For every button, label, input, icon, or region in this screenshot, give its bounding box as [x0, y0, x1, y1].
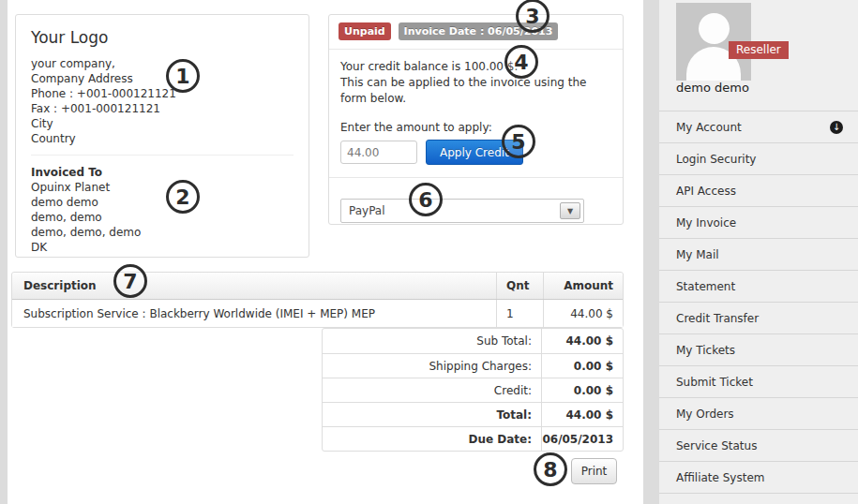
sidebar-item-my-account[interactable]: My Account↓	[659, 111, 858, 142]
sidebar-item-my-orders[interactable]: My Orders	[659, 397, 858, 429]
sidebar-item-label: Statement	[676, 280, 735, 293]
sidebar-item-label: Service Status	[676, 439, 757, 452]
sidebar-item-statement[interactable]: Statement	[659, 270, 858, 302]
sidebar-item-my-invoice[interactable]: My Invoice	[659, 206, 858, 238]
totals-value: 0.00 $	[541, 378, 623, 402]
totals-label: Sub Total:	[323, 329, 541, 353]
cell-amount: 44.00 $	[543, 300, 623, 327]
sidebar-item-label: Submit Ticket	[676, 376, 753, 389]
table-row: Subscription Service : Blackberry Worldw…	[12, 300, 623, 327]
sidebar-item-label: My Invoice	[676, 216, 736, 230]
totals-label: Total:	[323, 403, 541, 426]
apply-amount-input[interactable]	[340, 141, 417, 164]
sidebar-item-my-tickets[interactable]: My Tickets	[659, 334, 858, 365]
totals-value: 0.00 $	[541, 354, 623, 378]
page: Your Logo your company,Company AddressPh…	[0, 0, 858, 504]
sidebar-item-label: Affiliate System	[676, 471, 764, 484]
totals-row: Total:44.00 $	[323, 402, 623, 426]
invoiced-to-line: demo, demo, demo	[31, 225, 294, 240]
main-content: Your Logo your company,Company AddressPh…	[8, 0, 643, 504]
badges-row: Unpaid Invoice Date : 06/05/2013	[329, 15, 623, 50]
sidebar-item-label: API Access	[676, 185, 736, 198]
sidebar-item-api-access[interactable]: API Access	[659, 174, 858, 206]
payment-method-value: PayPal	[349, 204, 385, 217]
totals-label: Shipping Charges:	[323, 354, 541, 378]
totals-value: 44.00 $	[541, 403, 623, 426]
invoiced-to-heading: Invoiced To	[31, 165, 294, 180]
print-button[interactable]: Print	[571, 458, 617, 484]
column-header-amount: Amount	[543, 273, 623, 299]
callout-8: 8	[534, 452, 567, 486]
callout-7: 7	[113, 264, 147, 298]
sidebar-item-label: My Account	[676, 121, 742, 134]
user-name: demo demo	[676, 81, 749, 95]
sidebar: Reseller demo demo My Account↓Login Secu…	[659, 0, 858, 504]
sidebar-item-my-mail[interactable]: My Mail	[659, 238, 858, 270]
credit-balance-line: Your credit balance is 100.00 $.	[340, 59, 609, 75]
invoiced-to-line: demo demo	[31, 195, 294, 210]
arrow-down-circle-icon[interactable]: ↓	[830, 121, 843, 134]
invoiced-to-address: Opuinx Planetdemo demodemo, demodemo, de…	[31, 180, 294, 255]
credit-balance-notice: Your credit balance is 100.00 $. This ca…	[329, 50, 620, 107]
invoiced-to-line: Opuinx Planet	[31, 180, 294, 195]
company-address: your company,Company AddressPhone : +001…	[31, 56, 294, 146]
sidebar-item-credit-transfer[interactable]: Credit Transfer	[659, 302, 858, 334]
invoiced-to-line: DK	[31, 240, 294, 255]
invoice-totals-table: Sub Total:44.00 $Shipping Charges:0.00 $…	[322, 328, 624, 452]
company-logo: Your Logo	[31, 28, 294, 47]
callout-2: 2	[166, 180, 200, 214]
payment-method-select[interactable]: PayPal ▼	[340, 199, 584, 223]
column-header-description: Description	[12, 279, 496, 292]
apply-credit-form: Apply Credit	[329, 138, 623, 165]
callout-3: 3	[516, 0, 549, 33]
status-badge: Unpaid	[339, 22, 391, 40]
totals-row: Due Date:06/05/2013	[323, 426, 623, 451]
company-address-line: City	[31, 116, 294, 131]
sidebar-item-label: My Orders	[676, 408, 734, 421]
sidebar-item-label: My Mail	[676, 248, 719, 261]
company-address-line: Country	[31, 131, 294, 146]
callout-4: 4	[504, 45, 538, 79]
company-address-line: your company,	[31, 56, 294, 71]
invoice-items-table: Description Qnt Amount Subscription Serv…	[11, 272, 624, 328]
reseller-badge: Reseller	[729, 41, 789, 59]
totals-label: Credit:	[323, 378, 541, 402]
company-address-line: Fax : +001-000121121	[31, 101, 294, 116]
invoiced-to-line: demo, demo	[31, 210, 294, 225]
divider	[31, 155, 294, 156]
sidebar-item-service-status[interactable]: Service Status	[659, 429, 858, 461]
totals-row: Sub Total:44.00 $	[323, 329, 623, 353]
callout-1: 1	[166, 59, 200, 93]
totals-row: Shipping Charges:0.00 $	[323, 353, 623, 378]
company-info-box: Your Logo your company,Company AddressPh…	[15, 14, 309, 258]
totals-value: 44.00 $	[541, 329, 623, 353]
callout-6: 6	[409, 183, 443, 216]
callout-5: 5	[502, 125, 535, 158]
totals-row: Credit:0.00 $	[323, 378, 623, 402]
cell-description: Subscription Service : Blackberry Worldw…	[12, 307, 496, 320]
sidebar-item-label: Login Security	[676, 153, 756, 166]
sidebar-item-label: My Tickets	[676, 344, 735, 357]
totals-value: 06/05/2013	[541, 427, 623, 451]
sidebar-item-label: Credit Transfer	[676, 312, 759, 325]
payment-method-row: PayPal ▼	[329, 178, 623, 223]
sidebar-item-affiliate-system[interactable]: Affiliate System	[659, 461, 858, 493]
sidebar-item-submit-ticket[interactable]: Submit Ticket	[659, 365, 858, 397]
company-address-line: Company Address	[31, 71, 294, 86]
totals-label: Due Date:	[323, 427, 541, 451]
invoice-status-box: Unpaid Invoice Date : 06/05/2013 Your cr…	[328, 14, 624, 225]
company-address-line: Phone : +001-000121121	[31, 86, 294, 101]
sidebar-menu: My Account↓Login SecurityAPI AccessMy In…	[659, 111, 858, 494]
column-header-qnt: Qnt	[496, 273, 543, 299]
apply-amount-label: Enter the amount to apply:	[329, 107, 623, 138]
cell-qnt: 1	[496, 300, 543, 327]
sidebar-item-login-security[interactable]: Login Security	[659, 142, 858, 174]
credit-apply-line: This can be applied to the invoice using…	[340, 75, 609, 107]
chevron-down-icon[interactable]: ▼	[560, 202, 580, 219]
table-header: Description Qnt Amount	[12, 273, 623, 300]
